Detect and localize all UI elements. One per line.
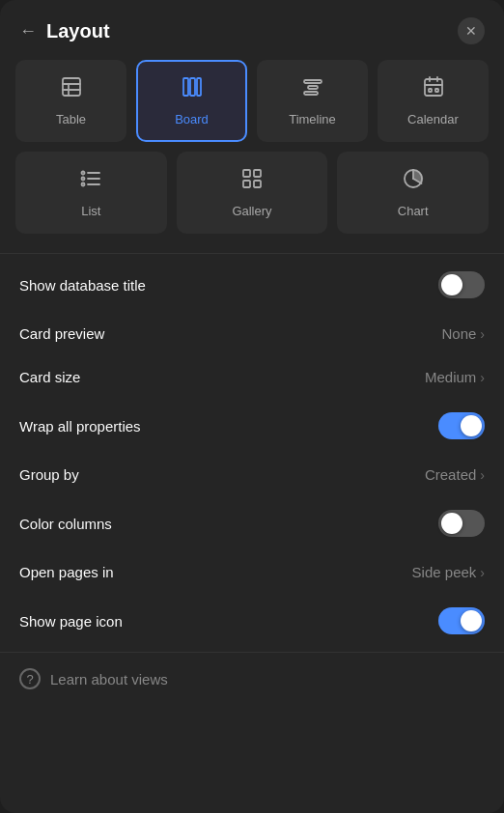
show-database-title-label: Show database title: [19, 277, 146, 294]
svg-rect-6: [197, 78, 201, 96]
setting-show-database-title[interactable]: Show database title: [0, 258, 504, 312]
help-icon: ?: [19, 668, 41, 689]
card-size-label: Card size: [19, 369, 80, 385]
view-item-calendar-label: Calendar: [407, 112, 459, 126]
layout-panel: ← Layout ✕ Table Board Timeline: [0, 0, 504, 813]
wrap-all-properties-toggle[interactable]: [438, 412, 485, 439]
svg-rect-25: [254, 181, 261, 187]
header-left: ← Layout: [19, 20, 110, 42]
panel-title: Layout: [46, 20, 110, 42]
view-grid-row2: List Gallery Chart: [0, 152, 504, 253]
back-button[interactable]: ←: [19, 22, 37, 40]
svg-rect-14: [429, 89, 432, 92]
svg-rect-9: [304, 92, 318, 95]
show-page-icon-label: Show page icon: [19, 613, 123, 630]
setting-card-size[interactable]: Card size Medium ›: [0, 355, 504, 399]
setting-show-page-icon[interactable]: Show page icon: [0, 594, 504, 648]
chevron-right-icon-3: ›: [480, 467, 485, 483]
setting-card-preview[interactable]: Card preview None ›: [0, 312, 504, 355]
view-item-calendar[interactable]: Calendar: [378, 60, 489, 142]
show-page-icon-toggle[interactable]: [438, 607, 485, 634]
svg-point-20: [82, 178, 85, 181]
board-icon: [181, 75, 204, 104]
color-columns-toggle[interactable]: [438, 510, 485, 537]
svg-rect-23: [254, 170, 261, 177]
open-pages-in-label: Open pages in: [19, 564, 114, 580]
svg-rect-8: [308, 86, 318, 89]
chevron-right-icon-4: ›: [480, 565, 485, 580]
svg-rect-15: [435, 89, 438, 92]
chevron-right-icon-2: ›: [480, 370, 485, 385]
group-by-value: Created ›: [425, 466, 485, 483]
show-database-title-toggle[interactable]: [438, 271, 485, 298]
view-item-board-label: Board: [175, 112, 209, 126]
toggle-thumb-on: [461, 415, 482, 436]
setting-open-pages-in[interactable]: Open pages in Side peek ›: [0, 550, 504, 594]
view-item-list[interactable]: List: [15, 152, 167, 234]
toggle-thumb: [441, 274, 462, 295]
view-item-table-label: Table: [56, 112, 86, 126]
view-item-chart-label: Chart: [398, 204, 429, 218]
calendar-icon: [422, 75, 445, 104]
panel-header: ← Layout ✕: [0, 0, 504, 60]
gallery-icon: [240, 167, 264, 196]
setting-group-by[interactable]: Group by Created ›: [0, 453, 504, 496]
view-item-gallery-label: Gallery: [232, 204, 271, 218]
svg-rect-22: [243, 170, 250, 177]
view-item-table[interactable]: Table: [15, 60, 126, 142]
toggle-thumb-on-2: [461, 610, 482, 631]
footer-learn-text: Learn about views: [50, 671, 168, 687]
settings-list: Show database title Card preview None › …: [0, 258, 504, 648]
card-preview-value: None ›: [441, 325, 485, 342]
open-pages-in-text: Side peek: [412, 564, 477, 580]
toggle-thumb-2: [441, 513, 462, 534]
card-preview-label: Card preview: [19, 325, 104, 342]
view-item-chart[interactable]: Chart: [337, 152, 489, 234]
svg-point-21: [82, 183, 85, 186]
table-icon: [60, 75, 83, 104]
list-icon: [79, 167, 102, 196]
open-pages-in-value: Side peek ›: [412, 564, 485, 580]
section-divider: [0, 253, 504, 254]
view-item-timeline[interactable]: Timeline: [257, 60, 368, 142]
svg-rect-10: [425, 79, 442, 96]
color-columns-label: Color columns: [19, 516, 112, 532]
view-item-gallery[interactable]: Gallery: [177, 152, 328, 234]
wrap-all-properties-label: Wrap all properties: [19, 418, 141, 435]
setting-wrap-all-properties[interactable]: Wrap all properties: [0, 399, 504, 453]
svg-rect-0: [63, 78, 80, 96]
view-item-board[interactable]: Board: [136, 60, 247, 142]
svg-rect-5: [190, 78, 195, 96]
timeline-icon: [301, 75, 324, 104]
chart-icon: [402, 167, 425, 196]
view-item-timeline-label: Timeline: [289, 112, 336, 126]
svg-point-19: [82, 172, 85, 175]
close-button[interactable]: ✕: [458, 17, 485, 44]
view-item-list-label: List: [81, 204, 100, 218]
card-size-value: Medium ›: [425, 369, 485, 385]
svg-rect-24: [243, 181, 250, 187]
svg-rect-7: [304, 80, 322, 83]
view-grid-row1: Table Board Timeline Calendar: [0, 60, 504, 152]
card-size-text: Medium: [425, 369, 476, 385]
svg-rect-4: [183, 78, 188, 96]
card-preview-text: None: [441, 325, 476, 342]
panel-footer[interactable]: ? Learn about views: [0, 652, 504, 705]
group-by-text: Created: [425, 466, 476, 483]
group-by-label: Group by: [19, 466, 79, 483]
chevron-right-icon: ›: [480, 326, 485, 342]
setting-color-columns[interactable]: Color columns: [0, 496, 504, 550]
